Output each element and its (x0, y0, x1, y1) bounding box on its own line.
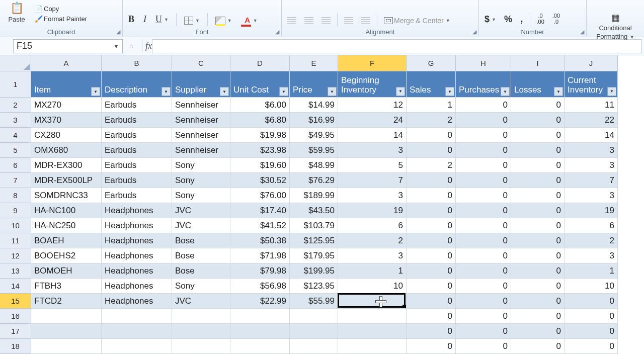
cell[interactable]: JVC (172, 218, 230, 233)
align-center-button[interactable] (302, 16, 316, 26)
cell[interactable]: 3 (338, 248, 407, 263)
cell[interactable] (31, 309, 102, 324)
column-header-B[interactable]: B (102, 55, 172, 71)
cell[interactable]: 0 (407, 263, 456, 279)
cell[interactable]: 0 (511, 279, 565, 294)
cell[interactable]: 14 (565, 128, 618, 143)
column-header-cell[interactable]: Price▼ (290, 71, 338, 98)
cell[interactable]: 0 (456, 173, 511, 188)
align-left-button[interactable] (285, 16, 299, 26)
cell[interactable]: 0 (511, 339, 565, 354)
cell[interactable] (31, 324, 102, 339)
cell[interactable]: 0 (407, 188, 456, 203)
cell[interactable] (338, 339, 407, 354)
cell[interactable]: Sony (172, 173, 230, 188)
align-right-button[interactable] (319, 16, 333, 26)
cell[interactable]: Earbuds (102, 188, 172, 203)
cell[interactable]: 0 (511, 128, 565, 143)
cell[interactable]: 0 (456, 263, 511, 279)
column-header-E[interactable]: E (290, 55, 338, 71)
cell[interactable]: JVC (172, 294, 230, 309)
cell[interactable]: 0 (407, 248, 456, 263)
cell[interactable]: 0 (456, 203, 511, 218)
column-header-cell[interactable]: Purchases▼ (456, 71, 511, 98)
cell[interactable]: BOOEHS2 (31, 248, 102, 263)
column-header-I[interactable]: I (511, 55, 565, 71)
cell[interactable]: $19.98 (230, 128, 290, 143)
font-color-button[interactable]: A▼ (238, 15, 260, 26)
cell[interactable] (230, 324, 290, 339)
cell[interactable]: 7 (565, 173, 618, 188)
cell[interactable]: 0 (456, 113, 511, 128)
cell[interactable]: 11 (565, 98, 618, 113)
cell[interactable]: $59.95 (290, 143, 338, 158)
cell[interactable]: 0 (565, 324, 618, 339)
cell[interactable]: Earbuds (102, 158, 172, 173)
percent-button[interactable]: % (502, 13, 515, 26)
cell[interactable]: Bose (172, 248, 230, 263)
row-header-10[interactable]: 10 (0, 218, 31, 233)
row-header-1[interactable]: 1 (0, 71, 31, 98)
cell[interactable]: 3 (565, 158, 618, 173)
cell[interactable]: 0 (456, 218, 511, 233)
cell[interactable]: Headphones (102, 218, 172, 233)
cell[interactable]: 0 (407, 173, 456, 188)
cell[interactable] (230, 339, 290, 354)
filter-button[interactable]: ▼ (607, 87, 616, 96)
cell[interactable]: 0 (456, 188, 511, 203)
filter-button[interactable]: ▼ (162, 87, 171, 96)
cell[interactable]: 0 (511, 324, 565, 339)
column-header-cell[interactable]: Item▼ (31, 71, 102, 98)
cell[interactable]: Sennheiser (172, 143, 230, 158)
currency-button[interactable]: $▼ (482, 13, 499, 26)
cell[interactable]: Sennheiser (172, 113, 230, 128)
fill-color-button[interactable]: ▼ (213, 15, 234, 26)
cell[interactable]: 0 (407, 233, 456, 248)
cell[interactable]: 3 (565, 248, 618, 263)
cancel-icon[interactable]: ○ (127, 42, 136, 50)
increase-indent-button[interactable] (359, 16, 373, 26)
cell[interactable] (338, 294, 407, 309)
column-header-A[interactable]: A (31, 55, 102, 71)
cell[interactable]: $41.52 (230, 218, 290, 233)
column-header-cell[interactable]: Supplier▼ (172, 71, 230, 98)
cell[interactable]: $22.99 (230, 294, 290, 309)
cell[interactable]: Sennheiser (172, 128, 230, 143)
formula-input[interactable] (152, 39, 642, 53)
cell[interactable] (172, 324, 230, 339)
cell[interactable]: HA-NC250 (31, 218, 102, 233)
filter-button[interactable]: ▼ (554, 87, 563, 96)
cell[interactable]: Sony (172, 279, 230, 294)
cell[interactable]: 7 (338, 173, 407, 188)
cell[interactable]: Earbuds (102, 113, 172, 128)
number-dialog-launcher-icon[interactable]: ◢ (580, 29, 584, 35)
cell[interactable]: $76.00 (230, 188, 290, 203)
cell[interactable]: Sony (172, 188, 230, 203)
cell[interactable] (290, 324, 338, 339)
italic-button[interactable]: I (141, 13, 149, 26)
cell[interactable]: 0 (407, 128, 456, 143)
cell[interactable] (290, 309, 338, 324)
cell[interactable]: 1 (407, 98, 456, 113)
cell[interactable]: 0 (456, 339, 511, 354)
cell[interactable]: 0 (456, 294, 511, 309)
decrease-decimal-button[interactable]: .00.0 (550, 11, 562, 26)
paste-button[interactable]: 📋 Paste (6, 1, 27, 26)
cell[interactable]: 0 (511, 233, 565, 248)
column-header-cell[interactable]: CurrentInventory▼ (565, 71, 618, 98)
cell[interactable]: 0 (456, 233, 511, 248)
cell[interactable]: 0 (456, 309, 511, 324)
cell[interactable]: 0 (511, 158, 565, 173)
row-header-8[interactable]: 8 (0, 188, 31, 203)
cell[interactable]: $48.99 (290, 158, 338, 173)
cell[interactable]: Bose (172, 263, 230, 279)
cell[interactable]: 1 (565, 263, 618, 279)
cell[interactable] (338, 309, 407, 324)
cell[interactable]: 0 (407, 279, 456, 294)
row-header-12[interactable]: 12 (0, 248, 31, 263)
borders-button[interactable]: ▼ (182, 15, 202, 26)
cell[interactable] (102, 324, 172, 339)
cell[interactable]: $49.95 (290, 128, 338, 143)
merge-center-button[interactable]: Merge & Center ▼ (381, 15, 453, 26)
cell[interactable]: BOAEH (31, 233, 102, 248)
